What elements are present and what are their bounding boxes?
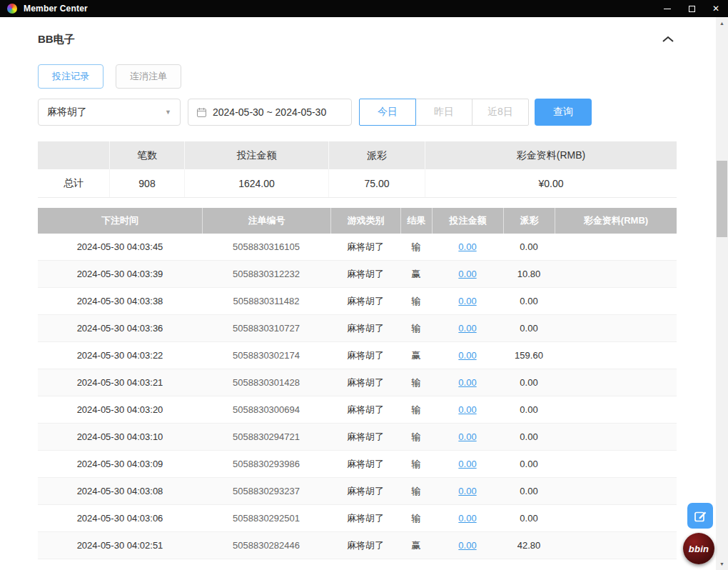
cell-result: 输 <box>400 505 432 531</box>
cell-bonus <box>555 261 677 287</box>
cell-payout: 0.00 <box>503 478 555 504</box>
cell-result: 输 <box>400 369 432 396</box>
cell-game-type: 麻将胡了 <box>330 478 400 504</box>
search-button[interactable]: 查询 <box>535 99 592 126</box>
date-range-value: 2024-05-30 ~ 2024-05-30 <box>213 106 326 118</box>
bet-amount-link[interactable]: 0.00 <box>458 513 476 524</box>
cell-order-id: 5058830302174 <box>202 342 330 369</box>
header-payout: 派彩 <box>503 208 555 234</box>
cell-order-id: 5058830292501 <box>202 505 330 531</box>
bet-amount-link[interactable]: 0.00 <box>458 404 476 415</box>
bet-amount-link[interactable]: 0.00 <box>458 269 476 279</box>
cell-payout: 0.00 <box>503 505 555 531</box>
cell-payout: 0.00 <box>503 451 555 477</box>
close-button[interactable]: ✕ <box>704 0 728 17</box>
cell-order-id: 5058830316105 <box>202 234 330 260</box>
minimize-icon <box>664 9 671 9</box>
cell-bet-time: 2024-05-30 04:03:36 <box>38 315 202 341</box>
cell-payout: 0.00 <box>503 234 555 260</box>
maximize-button[interactable] <box>679 0 704 17</box>
minimize-button[interactable] <box>655 0 679 17</box>
page-title: BB电子 <box>38 33 75 46</box>
cell-bet-time: 2024-05-30 04:03:45 <box>38 234 202 260</box>
cell-game-type: 麻将胡了 <box>330 369 400 396</box>
cell-bet-amount: 0.00 <box>432 234 503 260</box>
bet-amount-link[interactable]: 0.00 <box>458 323 476 334</box>
summary-header-count: 笔数 <box>109 141 184 169</box>
tab-bet-records[interactable]: 投注记录 <box>38 64 103 89</box>
app-logo-icon <box>7 4 17 14</box>
table-row: 2024-05-30 04:03:36 5058830310727 麻将胡了 输… <box>38 315 677 342</box>
bet-amount-link[interactable]: 0.00 <box>458 486 476 496</box>
quick-yesterday-button[interactable]: 昨日 <box>415 99 472 126</box>
cell-game-type: 麻将胡了 <box>330 261 400 287</box>
cell-order-id: 5058830293986 <box>202 451 330 477</box>
date-range-input[interactable]: 2024-05-30 ~ 2024-05-30 <box>188 99 352 126</box>
summary-bonus-value: ¥0.00 <box>425 169 677 197</box>
summary-count-value: 908 <box>109 169 184 197</box>
cell-bonus <box>555 315 677 341</box>
bet-table-body: 2024-05-30 04:03:45 5058830316105 麻将胡了 输… <box>38 234 677 559</box>
vertical-scrollbar[interactable]: ▲ ▼ <box>716 17 728 570</box>
cell-payout: 0.00 <box>503 424 555 450</box>
summary-payout-value: 75.00 <box>328 169 425 197</box>
cell-bet-time: 2024-05-30 04:02:51 <box>38 532 202 559</box>
cell-game-type: 麻将胡了 <box>330 505 400 531</box>
table-row: 2024-05-30 04:03:20 5058830300694 麻将胡了 输… <box>38 396 677 424</box>
window-titlebar: Member Center ✕ <box>0 0 728 17</box>
table-row: 2024-05-30 04:03:38 5058830311482 麻将胡了 输… <box>38 288 677 315</box>
cell-game-type: 麻将胡了 <box>330 234 400 260</box>
scroll-down-button[interactable]: ▼ <box>716 558 728 570</box>
record-tabs: 投注记录 连消注单 <box>38 64 678 89</box>
table-row: 2024-05-30 04:03:22 5058830302174 麻将胡了 赢… <box>38 342 677 369</box>
cell-bonus <box>555 532 677 559</box>
cell-bet-time: 2024-05-30 04:03:39 <box>38 261 202 287</box>
filter-bar: 麻将胡了 ▼ 2024-05-30 ~ 2024-05-30 今日 昨日 近8日… <box>38 99 678 126</box>
cell-order-id: 5058830312232 <box>202 261 330 287</box>
bet-amount-link[interactable]: 0.00 <box>458 459 476 469</box>
summary-total-row: 总计 908 1624.00 75.00 ¥0.00 <box>38 169 677 198</box>
cell-payout: 0.00 <box>503 315 555 341</box>
cell-payout: 42.80 <box>503 532 555 559</box>
quick-today-button[interactable]: 今日 <box>359 99 416 126</box>
bet-amount-link[interactable]: 0.00 <box>458 377 476 388</box>
bet-amount-link[interactable]: 0.00 <box>458 350 476 361</box>
bet-amount-link[interactable]: 0.00 <box>458 431 476 442</box>
cell-bonus <box>555 424 677 450</box>
cell-order-id: 5058830294721 <box>202 424 330 450</box>
cell-game-type: 麻将胡了 <box>330 315 400 341</box>
game-select[interactable]: 麻将胡了 ▼ <box>38 99 181 126</box>
cell-order-id: 5058830300694 <box>202 396 330 423</box>
quick-last8days-button[interactable]: 近8日 <box>472 99 529 126</box>
section-header: BB电子 <box>38 33 676 46</box>
window-title: Member Center <box>24 4 88 14</box>
bet-amount-link[interactable]: 0.00 <box>458 296 476 306</box>
scroll-up-button[interactable]: ▲ <box>716 17 728 29</box>
cell-bonus <box>555 342 677 369</box>
cell-bet-amount: 0.00 <box>432 369 503 396</box>
game-select-value: 麻将胡了 <box>47 106 87 119</box>
bet-amount-link[interactable]: 0.00 <box>458 241 476 252</box>
tab-cancelled-orders[interactable]: 连消注单 <box>116 64 181 89</box>
cell-bet-time: 2024-05-30 04:03:06 <box>38 505 202 531</box>
calendar-icon <box>196 107 207 118</box>
table-row: 2024-05-30 04:03:09 5058830293986 麻将胡了 输… <box>38 451 677 478</box>
table-row: 2024-05-30 04:03:45 5058830316105 麻将胡了 输… <box>38 234 677 261</box>
cell-payout: 0.00 <box>503 369 555 396</box>
collapse-section-button[interactable] <box>660 33 676 46</box>
cell-bet-amount: 0.00 <box>432 396 503 423</box>
summary-header-payout: 派彩 <box>328 141 425 169</box>
cell-result: 输 <box>400 288 432 314</box>
bet-records-table: 下注时间 注单编号 游戏类别 结果 投注金额 派彩 彩金资料(RMB) 2024… <box>38 208 677 570</box>
table-row: 2024-05-30 04:03:06 5058830292501 麻将胡了 输… <box>38 505 677 532</box>
scrollbar-thumb[interactable] <box>717 161 727 237</box>
feedback-edit-button[interactable] <box>687 503 713 529</box>
cell-game-type: 麻将胡了 <box>330 288 400 314</box>
bbin-logo-button[interactable]: bbin <box>683 533 714 564</box>
edit-compose-icon <box>694 509 707 523</box>
cell-order-id: 5058830311482 <box>202 288 330 314</box>
cell-order-id: 5058830282446 <box>202 532 330 559</box>
cell-bet-time: 2024-05-30 04:03:21 <box>38 369 202 396</box>
cell-bet-amount: 0.00 <box>432 261 503 287</box>
bet-amount-link[interactable]: 0.00 <box>458 540 476 551</box>
